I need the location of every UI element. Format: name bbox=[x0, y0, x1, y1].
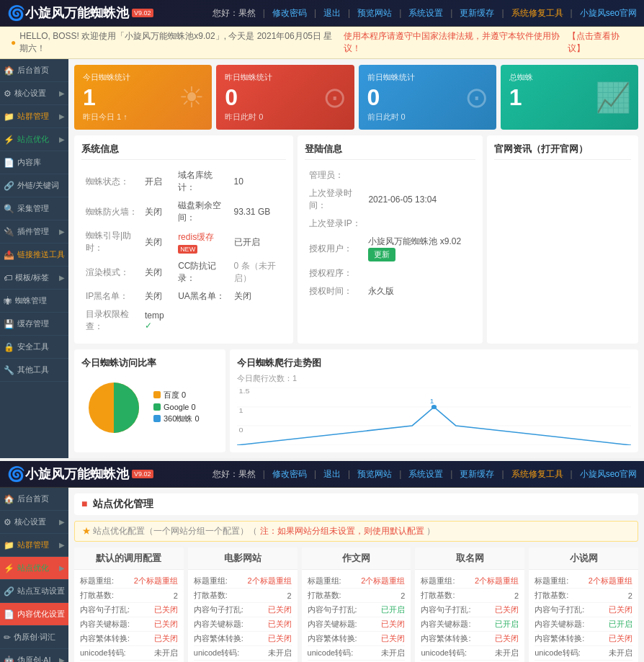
login-info-title: 登陆信息 bbox=[305, 143, 475, 160]
config-row: 内容繁体转换: 已关闭 bbox=[535, 632, 632, 646]
config-grid: 默认的调用配置 标题重组: 2个标题重组 打散基数: 2 内容句子打乱: 已关闭… bbox=[74, 547, 638, 662]
sidebar-label: 安全工具 bbox=[17, 341, 49, 352]
sidebar-item-4[interactable]: 📄内容库 bbox=[0, 151, 68, 174]
sidebar-item-0[interactable]: 🏠后台首页 bbox=[0, 59, 68, 82]
stat-card-1: 昨日蜘蛛统计 0 昨日此时 0 ⊙ bbox=[216, 65, 354, 130]
sidebar-label: 后台首页 bbox=[17, 65, 49, 76]
config-row: 内容句子打乱: 已关闭 bbox=[535, 603, 632, 617]
chevron-icon: ▶ bbox=[59, 135, 65, 143]
sidebar-item-13[interactable]: 🔧其他工具 bbox=[0, 359, 68, 382]
notice-bar: ● HELLO, BOSS! 欢迎使用「小旋风万能蜘蛛池x9.02」, 今天是 … bbox=[0, 27, 644, 59]
notice-link2[interactable]: 【点击查看协议】 bbox=[568, 30, 633, 55]
config-label: 打散基数: bbox=[194, 590, 228, 601]
sidebar-item-11[interactable]: 💾缓存管理 bbox=[0, 313, 68, 336]
config-label: 内容关键标题: bbox=[194, 619, 243, 630]
sidebar-icon: ⚙ bbox=[4, 517, 12, 527]
notice-link[interactable]: 使用本程序请遵守中国家法律法规，并遵守本软件使用协议！ bbox=[344, 30, 564, 55]
top-section: 🌀 小旋风万能蜘蛛池 V9.02 您好：果然 | 修改密码 | 退出 | 预览网… bbox=[0, 0, 644, 458]
config-row: unicode转码: 未开启 bbox=[421, 646, 519, 661]
bottom-sidebar-item-7[interactable]: 🤖伪原创·AI▶ bbox=[0, 649, 68, 662]
svg-text:1.5: 1.5 bbox=[238, 388, 250, 395]
bottom-settings[interactable]: 系统设置 bbox=[408, 468, 443, 480]
bottom-sidebar-item-2[interactable]: 📁站群管理▶ bbox=[0, 534, 68, 557]
info-row: 系统信息 蜘蛛状态：开启域名库统计：10 蜘蛛防火墙：关闭磁盘剩余空间：93.3… bbox=[74, 135, 638, 344]
sidebar-label: 站群管理 bbox=[17, 111, 49, 122]
chevron-icon: ▶ bbox=[59, 112, 65, 120]
bottom-repair[interactable]: 系统修复工具 bbox=[511, 468, 563, 480]
bottom-preview[interactable]: 预览网站 bbox=[357, 468, 392, 480]
sidebar-item-7[interactable]: 🔌插件管理▶ bbox=[0, 220, 68, 243]
config-notice-end: ） bbox=[426, 526, 435, 536]
bottom-sidebar-item-6[interactable]: ✏伪原创·词汇 bbox=[0, 626, 68, 649]
legend-item-google: Google 0 bbox=[153, 403, 200, 411]
bottom-change-pwd[interactable]: 修改密码 bbox=[272, 468, 307, 480]
official-info-title: 官网资讯（打开官网） bbox=[494, 143, 631, 160]
config-label: 内容句子打乱: bbox=[80, 604, 130, 615]
config-row: 标题重组: 2个标题重组 bbox=[80, 574, 178, 589]
sidebar-item-2[interactable]: 📁站群管理▶ bbox=[0, 105, 68, 128]
table-row: 蜘蛛引导|助时：关闭redis缓存 NEW已开启 bbox=[83, 228, 285, 256]
config-value: 已关闭 bbox=[268, 619, 292, 630]
config-row: 打散基数: 2 bbox=[535, 589, 632, 603]
sidebar-icon: 🔒 bbox=[4, 342, 14, 352]
bottom-sidebar-item-1[interactable]: ⚙核心设置▶ bbox=[0, 511, 68, 534]
config-row: 内容繁体转换: 已关闭 bbox=[80, 632, 178, 646]
sidebar-item-10[interactable]: 🕷蜘蛛管理 bbox=[0, 290, 68, 313]
sidebar-item-5[interactable]: 🔗外链/关键词 bbox=[0, 174, 68, 197]
preview-link[interactable]: 预览网站 bbox=[357, 7, 392, 19]
seo-link[interactable]: 小旋风seo官网 bbox=[580, 7, 637, 19]
sidebar-item-3[interactable]: ⚡站点优化▶ bbox=[0, 128, 68, 151]
change-pwd-link[interactable]: 修改密码 bbox=[272, 7, 307, 19]
config-row: 内容繁体转换: 已关闭 bbox=[308, 632, 406, 646]
update-cache-link[interactable]: 更新缓存 bbox=[460, 7, 494, 19]
line-chart-svg: 1.5 1 0 1 bbox=[237, 388, 631, 445]
sidebar-label: 站点优化 bbox=[17, 134, 49, 145]
sidebar-item-8[interactable]: 📤链接推送工具 bbox=[0, 243, 68, 267]
config-card-0: 默认的调用配置 标题重组: 2个标题重组 打散基数: 2 内容句子打乱: 已关闭… bbox=[74, 547, 184, 662]
update-button[interactable]: 更新 bbox=[368, 248, 395, 261]
config-value: 已关闭 bbox=[154, 619, 178, 630]
config-value: 已开启 bbox=[495, 619, 519, 630]
bottom-seo[interactable]: 小旋风seo官网 bbox=[580, 468, 637, 480]
bottom-sidebar-item-4[interactable]: 🔗站点互动设置 bbox=[0, 580, 68, 603]
svg-point-8 bbox=[431, 405, 437, 409]
config-label: 内容繁体转换: bbox=[535, 633, 584, 644]
sidebar-icon: 🔌 bbox=[4, 227, 14, 237]
bottom-logo-text: 小旋风万能蜘蛛池 bbox=[25, 465, 129, 483]
config-value: 2 bbox=[628, 591, 632, 600]
bottom-sidebar-item-3[interactable]: ⚡站点优化▶ bbox=[0, 557, 68, 580]
sidebar-item-1[interactable]: ⚙核心设置▶ bbox=[0, 82, 68, 105]
config-value: 2 bbox=[287, 591, 291, 600]
config-label: 内容关键标题: bbox=[80, 619, 130, 630]
table-row: 蜘蛛防火墙：关闭磁盘剩余空间：93.31 GB bbox=[83, 197, 285, 226]
table-row: 授权用户：小旋风万能蜘蛛池 x9.02 更新 bbox=[306, 233, 474, 264]
sidebar-item-9[interactable]: 🏷模板/标签▶ bbox=[0, 267, 68, 290]
bottom-sidebar-item-5[interactable]: 📄内容优化设置 bbox=[0, 603, 68, 626]
sidebar-icon: 📄 bbox=[4, 158, 14, 168]
config-value: 已关闭 bbox=[268, 633, 292, 644]
repair-link[interactable]: 系统修复工具 bbox=[511, 7, 563, 19]
config-card-title: 取名网 bbox=[415, 547, 524, 570]
svg-text:0: 0 bbox=[238, 426, 243, 434]
config-label: 内容关键标题: bbox=[308, 619, 357, 630]
svg-text:1: 1 bbox=[429, 398, 434, 405]
config-label: 标题重组: bbox=[535, 576, 568, 586]
bottom-update-cache[interactable]: 更新缓存 bbox=[460, 468, 494, 480]
pie-legend: 百度 0 Google 0 360蜘蛛 0 bbox=[153, 390, 200, 426]
bottom-section: 🌀 小旋风万能蜘蛛池 V9.02 您好：果然 | 修改密码 | 退出 | 预览网… bbox=[0, 461, 644, 662]
config-label: 标题重组: bbox=[421, 576, 455, 586]
config-value: 已关闭 bbox=[609, 604, 632, 615]
bottom-sidebar-item-0[interactable]: 🏠后台首页 bbox=[0, 488, 68, 511]
sidebar-label: 链接推送工具 bbox=[17, 249, 65, 260]
sidebar-item-6[interactable]: 🔍采集管理 bbox=[0, 197, 68, 220]
config-label: 标题重组: bbox=[80, 576, 114, 586]
chevron-icon: ▶ bbox=[59, 89, 65, 97]
sidebar-icon: 🔗 bbox=[4, 586, 14, 596]
settings-link[interactable]: 系统设置 bbox=[408, 7, 443, 19]
logout-link[interactable]: 退出 bbox=[323, 7, 341, 19]
config-value: 2个标题重组 bbox=[247, 576, 291, 586]
config-value: 已关闭 bbox=[495, 604, 519, 615]
bottom-logout[interactable]: 退出 bbox=[323, 468, 341, 480]
page-title-icon: ■ bbox=[81, 498, 87, 509]
sidebar-item-12[interactable]: 🔒安全工具 bbox=[0, 336, 68, 359]
